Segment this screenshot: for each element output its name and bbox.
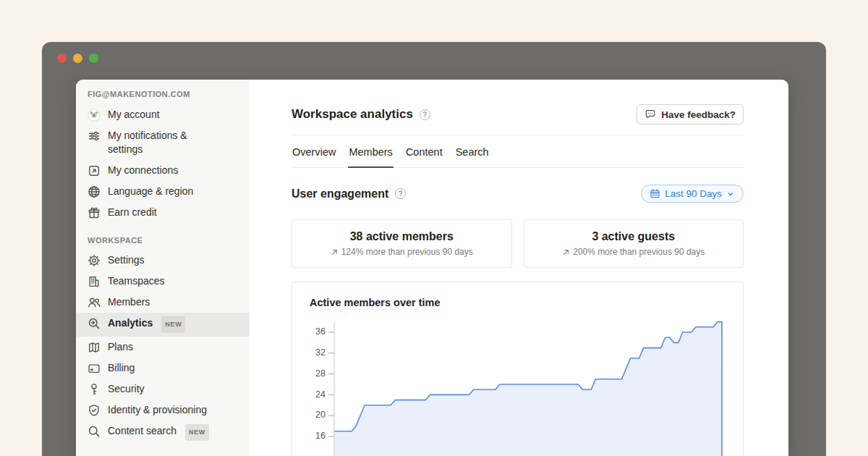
app-window: FIG@MAKENOTION.COM My accountMy notifica…	[42, 42, 826, 456]
page-header: Workspace analytics ? Have feedback?	[292, 104, 744, 124]
sidebar-item-label: Earn credit	[108, 206, 157, 219]
sidebar-item-label: Content search	[108, 424, 176, 438]
question-circle-icon[interactable]: ?	[395, 188, 406, 199]
screenshot-canvas: FIG@MAKENOTION.COM My accountMy notifica…	[0, 0, 868, 456]
tab-overview[interactable]: Overview	[292, 135, 336, 167]
svg-text:24: 24	[315, 389, 326, 400]
date-range-label: Last 90 Days	[665, 188, 722, 199]
gear-icon	[88, 254, 101, 267]
stat-value: 38 active members	[350, 230, 454, 243]
svg-text:32: 32	[315, 347, 326, 358]
user-engagement-title: User engagement	[292, 187, 388, 200]
sidebar-item-label: Plans	[108, 340, 133, 354]
settings-sidebar: FIG@MAKENOTION.COM My accountMy notifica…	[76, 80, 250, 456]
sidebar-item-content-search[interactable]: Content searchNEW	[76, 421, 250, 444]
globe-icon	[88, 185, 101, 198]
magnifier-icon	[88, 425, 101, 438]
sidebar-item-earn-credit[interactable]: Earn credit	[76, 202, 250, 223]
stat-delta: 124% more than previous 90 days	[331, 247, 473, 257]
speech-bubble-icon	[644, 109, 656, 120]
sidebar-item-label: Analytics	[108, 316, 153, 330]
new-badge: NEW	[185, 424, 209, 441]
sidebar-item-members[interactable]: Members	[76, 292, 250, 313]
arrow-up-right-box-icon	[88, 164, 101, 177]
calendar-icon	[650, 188, 660, 199]
sidebar-item-my-connections[interactable]: My connections	[76, 160, 250, 181]
arrow-up-right-icon	[562, 248, 570, 256]
minimize-window-button[interactable]	[73, 54, 82, 63]
sidebar-item-identity-provisioning[interactable]: Identity & provisioning	[76, 400, 250, 421]
svg-text:20: 20	[315, 410, 326, 420]
workspace-section: SettingsTeamspacesMembersAnalyticsNEWPla…	[76, 250, 250, 444]
sidebar-item-billing[interactable]: Billing	[76, 358, 250, 379]
sidebar-item-plans[interactable]: Plans	[76, 337, 250, 358]
credit-card-icon	[88, 362, 101, 375]
sidebar-item-label: My connections	[108, 164, 178, 177]
sidebar-item-analytics[interactable]: AnalyticsNEW	[76, 313, 250, 337]
stat-value: 3 active guests	[592, 230, 675, 243]
key-icon	[88, 383, 101, 396]
svg-text:36: 36	[315, 326, 326, 337]
gift-icon	[88, 206, 101, 219]
sidebar-item-label: My notifications & settings	[108, 129, 216, 156]
new-badge: NEW	[161, 316, 185, 333]
feedback-button-label: Have feedback?	[661, 109, 736, 120]
account-section: My accountMy notifications & settingsMy …	[76, 104, 250, 223]
sidebar-item-label: Members	[108, 295, 150, 309]
sidebar-item-label: Settings	[108, 253, 145, 267]
stat-delta-text: 124% more than previous 90 days	[341, 247, 473, 257]
settings-content: Workspace analytics ? Have feedback? Ove…	[250, 80, 788, 456]
sidebar-item-label: Security	[108, 382, 145, 396]
svg-text:28: 28	[315, 368, 326, 379]
sidebar-item-language-region[interactable]: Language & region	[76, 181, 250, 202]
arrow-up-right-icon	[331, 248, 339, 256]
close-window-button[interactable]	[57, 54, 67, 63]
magnifier-plus-icon	[88, 317, 101, 330]
stat-card-3-active-guests: 3 active guests200% more than previous 9…	[524, 219, 744, 268]
sidebar-item-my-account[interactable]: My account	[76, 104, 250, 125]
stat-delta: 200% more than previous 90 days	[562, 247, 705, 257]
people-icon	[88, 296, 101, 309]
sidebar-item-label: Identity & provisioning	[108, 403, 207, 417]
account-email: FIG@MAKENOTION.COM	[76, 90, 250, 98]
sidebar-item-label: My account	[108, 108, 160, 122]
workspace-section-label: WORKSPACE	[76, 223, 250, 250]
sidebar-item-teamspaces[interactable]: Teamspaces	[76, 271, 250, 292]
tab-search[interactable]: Search	[455, 135, 490, 167]
active-members-chart: 363228242016	[292, 282, 743, 456]
tab-content[interactable]: Content	[405, 135, 443, 167]
sidebar-item-settings[interactable]: Settings	[76, 250, 250, 271]
chevron-down-icon	[726, 190, 735, 198]
stat-cards: 38 active members124% more than previous…	[292, 219, 744, 268]
map-icon	[88, 341, 101, 354]
stat-card-38-active-members: 38 active members124% more than previous…	[292, 219, 512, 268]
chart-title: Active members over time	[310, 297, 441, 308]
date-range-filter[interactable]: Last 90 Days	[641, 185, 744, 203]
avatar-icon	[88, 109, 101, 122]
analytics-tabs: OverviewMembersContentSearch	[292, 135, 744, 168]
window-controls	[57, 54, 98, 63]
sidebar-item-label: Teamspaces	[108, 274, 165, 288]
sidebar-item-label: Language & region	[108, 185, 193, 198]
sidebar-item-security[interactable]: Security	[76, 379, 250, 400]
sidebar-item-label: Billing	[108, 361, 135, 375]
chart-card: Active members over time 363228242016	[292, 282, 744, 456]
sidebar-item-my-notifications-settings[interactable]: My notifications & settings	[76, 125, 250, 160]
page-title: Workspace analytics	[292, 107, 413, 122]
shield-check-icon	[88, 404, 101, 417]
have-feedback-button[interactable]: Have feedback?	[637, 104, 744, 124]
svg-text:16: 16	[315, 431, 326, 441]
question-circle-icon[interactable]: ?	[420, 109, 430, 120]
settings-modal: FIG@MAKENOTION.COM My accountMy notifica…	[76, 80, 788, 456]
building-icon	[88, 275, 101, 288]
zoom-window-button[interactable]	[89, 54, 98, 63]
stat-delta-text: 200% more than previous 90 days	[573, 247, 705, 257]
user-engagement-header: User engagement ? Last 90 Days	[292, 185, 744, 203]
sliders-icon	[88, 130, 101, 143]
tab-members[interactable]: Members	[348, 135, 393, 168]
